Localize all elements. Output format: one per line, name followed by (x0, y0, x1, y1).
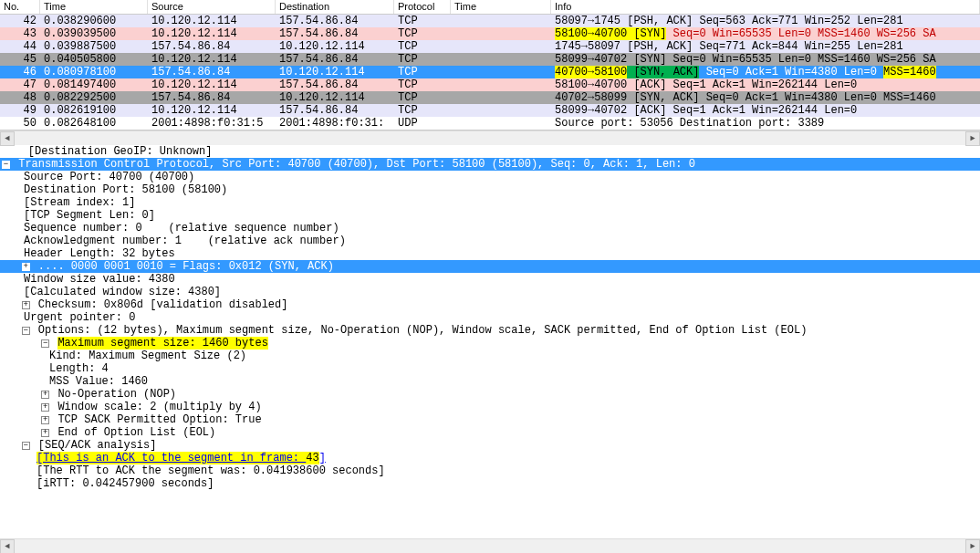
col-header-source[interactable]: Source (148, 0, 276, 14)
detail-ack-number[interactable]: Acknowledgment number: 1 (relative ack n… (0, 235, 980, 247)
expand-icon[interactable]: + (22, 263, 30, 271)
detail-options[interactable]: − Options: (12 bytes), Maximum segment s… (0, 324, 980, 337)
collapse-icon[interactable]: − (22, 442, 30, 450)
col-header-time2[interactable]: Time (451, 0, 551, 14)
packet-row[interactable]: 470.08149740010.120.12.114157.54.86.84TC… (0, 78, 980, 91)
col-header-protocol[interactable]: Protocol (394, 0, 451, 14)
detail-seq-number[interactable]: Sequence number: 0 (relative sequence nu… (0, 222, 980, 235)
detail-calc-window[interactable]: [Calculated window size: 4380] (0, 286, 980, 298)
detail-mss-kind[interactable]: Kind: Maximum Segment Size (2) (0, 350, 980, 362)
packet-row[interactable]: 430.03903950010.120.12.114157.54.86.84TC… (0, 27, 980, 40)
packet-row[interactable]: 490.08261910010.120.12.114157.54.86.84TC… (0, 104, 980, 117)
col-header-destination[interactable]: Destination (276, 0, 394, 14)
detail-src-port[interactable]: Source Port: 40700 (40700) (0, 171, 980, 183)
expand-icon[interactable]: + (22, 301, 30, 309)
col-header-time[interactable]: Time (40, 0, 148, 14)
packet-rows: 420.03829060010.120.12.114157.54.86.84TC… (0, 15, 980, 130)
detail-urgent-pointer[interactable]: Urgent pointer: 0 (0, 311, 980, 324)
detail-window-scale[interactable]: + Window scale: 2 (multiply by 4) (0, 401, 980, 413)
packet-details-pane: [Destination GeoIP: Unknown] − Transmiss… (0, 145, 980, 490)
packet-row[interactable]: 440.039887500157.54.86.8410.120.12.114TC… (0, 40, 980, 53)
expand-icon[interactable]: + (41, 403, 49, 412)
scroll-right-icon[interactable]: ► (965, 131, 980, 146)
detail-irtt[interactable]: [iRTT: 0.042457900 seconds] (0, 477, 980, 490)
detail-checksum[interactable]: + Checksum: 0x806d [validation disabled] (0, 298, 980, 311)
detail-mss-value[interactable]: MSS Value: 1460 (0, 375, 980, 388)
col-header-info[interactable]: Info (551, 0, 980, 14)
expand-icon[interactable]: + (41, 429, 49, 437)
expand-icon[interactable]: + (41, 391, 49, 399)
detail-seq-ack-analysis[interactable]: − [SEQ/ACK analysis] (0, 439, 980, 452)
detail-tcp-header[interactable]: − Transmission Control Protocol, Src Por… (0, 158, 980, 171)
packet-row[interactable]: 450.04050580010.120.12.114157.54.86.84TC… (0, 53, 980, 66)
detail-nop[interactable]: + No-Operation (NOP) (0, 388, 980, 401)
scroll-left-icon[interactable]: ◄ (0, 539, 15, 553)
detail-mss-length[interactable]: Length: 4 (0, 362, 980, 375)
detail-rtt[interactable]: [The RTT to ACK the segment was: 0.04193… (0, 464, 980, 477)
scroll-right-icon[interactable]: ► (965, 539, 980, 553)
packet-row[interactable]: 500.0826481002001:4898:f0:31:52001:4898:… (0, 117, 980, 130)
detail-stream-index[interactable]: [Stream index: 1] (0, 196, 980, 209)
detail-geoip[interactable]: [Destination GeoIP: Unknown] (0, 145, 980, 158)
collapse-icon[interactable]: − (2, 161, 10, 169)
detail-flags[interactable]: + .... 0000 0001 0010 = Flags: 0x012 (SY… (0, 260, 980, 273)
scroll-left-icon[interactable]: ◄ (0, 131, 15, 146)
detail-eol[interactable]: + End of Option List (EOL) (0, 426, 980, 439)
detail-header-length[interactable]: Header Length: 32 bytes (0, 247, 980, 260)
hscrollbar-details[interactable]: ◄ ► (0, 538, 980, 553)
col-header-no[interactable]: No. (0, 0, 40, 14)
collapse-icon[interactable]: − (22, 327, 30, 335)
packet-list-pane: No. Time Source Destination Protocol Tim… (0, 0, 980, 130)
detail-mss[interactable]: − Maximum segment size: 1460 bytes (0, 337, 980, 350)
packet-row[interactable]: 460.080978100157.54.86.8410.120.12.114TC… (0, 66, 980, 78)
detail-segment-len[interactable]: [TCP Segment Len: 0] (0, 209, 980, 222)
packet-row[interactable]: 420.03829060010.120.12.114157.54.86.84TC… (0, 15, 980, 27)
detail-ack-frame-link[interactable]: [This is an ACK to the segment in frame:… (0, 452, 980, 464)
detail-sack-permitted[interactable]: + TCP SACK Permitted Option: True (0, 413, 980, 426)
hscrollbar-packet-list[interactable]: ◄ ► (0, 130, 980, 145)
packet-list-header: No. Time Source Destination Protocol Tim… (0, 0, 980, 15)
collapse-icon[interactable]: − (41, 339, 49, 348)
packet-row[interactable]: 480.082292500157.54.86.8410.120.12.114TC… (0, 91, 980, 104)
expand-icon[interactable]: + (41, 416, 49, 424)
detail-dst-port[interactable]: Destination Port: 58100 (58100) (0, 183, 980, 196)
detail-window-size[interactable]: Window size value: 4380 (0, 273, 980, 286)
